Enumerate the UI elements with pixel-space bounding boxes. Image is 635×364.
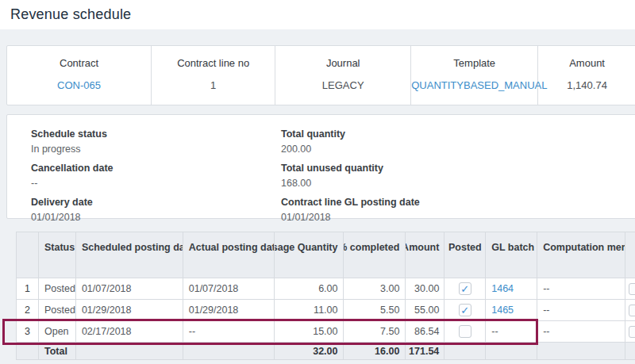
row-action-button[interactable] <box>629 305 635 316</box>
posted-cell <box>444 321 486 342</box>
usage-qty-cell: 6.00 <box>275 278 344 299</box>
gl-batch-link[interactable]: 1465 <box>491 305 514 316</box>
summary-label: Amount <box>538 57 635 69</box>
header-gl-batch: GL batch <box>486 232 537 278</box>
details-right-column: Total quantity 200.00 Total unused quant… <box>281 128 635 218</box>
field-label: Contract line GL posting date <box>281 197 635 208</box>
field-label: Delivery date <box>31 197 281 208</box>
row-number: 3 <box>17 321 39 342</box>
actual-date-cell: -- <box>183 321 275 342</box>
schedule-table: Status Scheduled posting date Actual pos… <box>16 232 635 360</box>
actions-cell <box>625 278 635 299</box>
field-total-quantity: Total quantity 200.00 <box>281 128 635 155</box>
header-posted: Posted <box>444 232 486 278</box>
posted-checkbox[interactable]: ✓ <box>459 304 471 316</box>
gl-batch-link[interactable]: 1464 <box>491 283 514 294</box>
header-pct-completed: % completed <box>344 232 406 278</box>
total-amount: 171.54 <box>406 343 444 359</box>
field-value: 168.00 <box>281 178 635 189</box>
status-cell: Posted <box>39 300 76 320</box>
actions-cell <box>625 300 635 320</box>
summary-label: Contract line no <box>152 57 275 69</box>
field-value: 01/01/2018 <box>31 212 281 223</box>
posted-cell: ✓ <box>444 278 486 299</box>
actions-cell <box>625 321 635 342</box>
header-usage-quantity: Usage Quantity <box>275 232 344 278</box>
header-status: Status <box>39 232 76 278</box>
scheduled-date-cell: 02/17/2018 <box>76 321 183 342</box>
field-label: Schedule status <box>31 128 281 140</box>
summary-field-journal: Journal LEGACY <box>275 46 411 105</box>
summary-field-amount: Amount 1,140.74 <box>538 46 635 105</box>
gl-batch-cell: -- <box>486 321 537 342</box>
table-row-3-highlighted: 3 Open 02/17/2018 -- 15.00 7.50 86.54 --… <box>17 321 635 343</box>
contract-link[interactable]: CON-065 <box>7 79 151 91</box>
summary-label: Template <box>411 57 537 69</box>
scheduled-date-cell: 01/07/2018 <box>76 278 183 299</box>
contract-line-no-value: 1 <box>152 79 275 91</box>
posted-cell: ✓ <box>444 300 486 320</box>
actual-date-cell: 01/29/2018 <box>183 300 275 320</box>
page-title: Revenue schedule <box>10 6 635 23</box>
field-value: 01/01/2018 <box>281 212 635 223</box>
summary-label: Contract <box>7 57 151 69</box>
total-row-number <box>17 343 39 359</box>
field-schedule-status: Schedule status In progress <box>31 128 281 155</box>
header-scheduled-posting-date: Scheduled posting date <box>76 232 183 278</box>
summary-field-contract-line-no: Contract line no 1 <box>152 46 275 105</box>
usage-qty-cell: 15.00 <box>275 321 344 342</box>
field-value: -- <box>31 178 281 189</box>
title-bar: Revenue schedule <box>0 0 635 29</box>
template-link[interactable]: QUANTITYBASED_MANUAL <box>411 79 537 91</box>
journal-value: LEGACY <box>275 79 410 91</box>
total-usage-qty: 32.00 <box>275 343 344 359</box>
field-label: Cancellation date <box>31 163 281 174</box>
status-cell: Open <box>39 321 76 342</box>
amount-cell: 30.00 <box>406 278 444 299</box>
field-label: Total unused quantity <box>281 163 635 174</box>
field-value: In progress <box>31 144 281 155</box>
field-total-unused-quantity: Total unused quantity 168.00 <box>281 163 635 189</box>
table-total-row: Total 32.00 16.00 171.54 <box>17 343 635 360</box>
gl-batch-cell: 1464 <box>486 278 537 299</box>
memo-cell: -- <box>537 321 625 342</box>
field-cancellation-date: Cancellation date -- <box>31 163 281 189</box>
scheduled-date-cell: 01/29/2018 <box>76 300 183 320</box>
field-value: 200.00 <box>281 144 635 155</box>
header-actual-posting-date: Actual posting date <box>183 232 275 278</box>
row-action-button[interactable] <box>629 283 635 295</box>
pct-completed-cell: 7.50 <box>344 321 406 342</box>
pct-completed-cell: 3.00 <box>344 278 406 299</box>
details-left-column: Schedule status In progress Cancellation… <box>31 128 281 218</box>
checkmark-icon: ✓ <box>460 284 469 294</box>
header-actions <box>625 232 635 278</box>
summary-field-contract: Contract CON-065 <box>7 46 152 105</box>
actual-date-cell: 01/07/2018 <box>183 278 275 299</box>
status-cell: Posted <box>39 278 76 299</box>
header-row-number <box>17 232 39 278</box>
summary-field-template: Template QUANTITYBASED_MANUAL <box>411 46 538 105</box>
gl-batch-cell: 1465 <box>486 300 537 320</box>
amount-cell: 55.00 <box>406 300 444 320</box>
header-amount: Amount <box>406 232 444 278</box>
total-label: Total <box>39 343 76 359</box>
summary-card: Contract CON-065 Contract line no 1 Jour… <box>6 45 635 105</box>
row-action-button[interactable] <box>629 326 635 338</box>
posted-checkbox-unchecked[interactable] <box>459 325 471 338</box>
amount-value: 1,140.74 <box>538 79 635 91</box>
row-number: 1 <box>17 278 39 299</box>
details-card: Schedule status In progress Cancellation… <box>6 114 635 219</box>
memo-cell: -- <box>537 278 625 299</box>
amount-cell: 86.54 <box>406 321 444 342</box>
posted-checkbox[interactable]: ✓ <box>459 282 471 295</box>
total-pct-completed: 16.00 <box>344 343 406 359</box>
usage-qty-cell: 11.00 <box>275 300 344 320</box>
header-computation-memo: Computation memo <box>537 232 625 278</box>
field-delivery-date: Delivery date 01/01/2018 <box>31 197 281 223</box>
checkmark-icon: ✓ <box>460 305 469 316</box>
table-header-row: Status Scheduled posting date Actual pos… <box>17 232 635 278</box>
table-row-2: 2 Posted 01/29/2018 01/29/2018 11.00 5.5… <box>17 300 635 321</box>
row-number: 2 <box>17 300 39 320</box>
summary-label: Journal <box>275 57 410 69</box>
field-contract-line-gl-posting-date: Contract line GL posting date 01/01/2018 <box>281 197 635 223</box>
